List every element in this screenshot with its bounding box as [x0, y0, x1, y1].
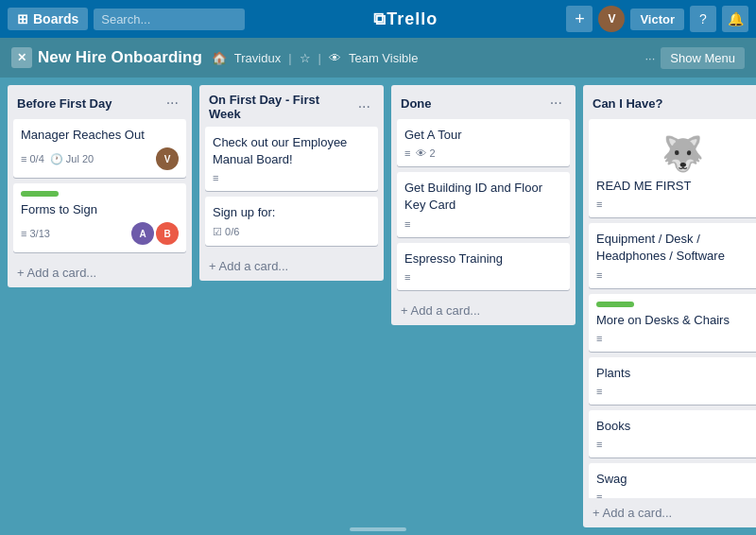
- card-avatars: AB: [131, 222, 179, 245]
- avatar[interactable]: V: [598, 6, 625, 32]
- bell-icon: 🔔: [728, 11, 744, 26]
- card-meta-item: ≡ 0/4: [21, 153, 44, 164]
- card-title: Books: [596, 418, 756, 435]
- boards-button[interactable]: ⊞ Boards: [8, 8, 88, 30]
- board-header: ✕ New Hire Onboarding 🏠 Travidux | ☆ | 👁…: [0, 38, 756, 78]
- user-name: Victor: [640, 12, 675, 26]
- card-meta-item: ≡: [596, 492, 602, 498]
- card-label-green: [21, 191, 59, 197]
- card-avatars: V: [156, 147, 179, 170]
- list-title: Can I Have?: [593, 96, 752, 111]
- board-title: New Hire Onboarding: [38, 48, 202, 67]
- help-button[interactable]: ?: [690, 6, 716, 32]
- card[interactable]: Books≡: [589, 410, 756, 457]
- add-card-button[interactable]: + Add a card...: [391, 296, 576, 325]
- card-meta: ≡: [596, 492, 756, 498]
- card[interactable]: Manager Reaches Out≡ 0/4🕐 Jul 20V: [13, 119, 186, 178]
- dog-image: 🐺: [596, 127, 756, 178]
- card-meta-item: ≡: [213, 172, 218, 183]
- card[interactable]: Plants≡: [589, 357, 756, 405]
- card[interactable]: Forms to Sign≡ 3/13AB: [13, 183, 186, 252]
- card-meta: ≡: [404, 271, 562, 283]
- add-button[interactable]: +: [566, 6, 593, 32]
- card[interactable]: Check out our Employee Manual Board!≡: [205, 127, 378, 191]
- card-title: Get A Tour: [404, 127, 562, 144]
- card-meta-item: ≡: [404, 218, 410, 230]
- list-cards: Check out our Employee Manual Board!≡Sig…: [199, 127, 384, 251]
- card-meta-item: ≡: [404, 271, 410, 283]
- ellipsis-icon: ···: [645, 51, 656, 65]
- search-input[interactable]: [94, 9, 245, 30]
- board-icon: ✕: [11, 47, 32, 68]
- card-meta: ≡: [596, 333, 756, 344]
- card[interactable]: Swag≡: [589, 463, 756, 498]
- card-meta: ≡👁 2: [404, 147, 562, 159]
- card-meta: ≡: [596, 439, 756, 450]
- top-nav: ⊞ Boards ⧉ Trello + V Victor ? 🔔: [0, 0, 756, 38]
- user-menu-button[interactable]: Victor: [630, 9, 684, 30]
- list-cards: Get A Tour≡👁 2Get Building ID and Floor …: [391, 119, 576, 296]
- card-meta: ☑ 0/6: [213, 226, 370, 238]
- card-meta-item: ≡: [596, 439, 602, 450]
- show-menu-button[interactable]: Show Menu: [661, 47, 745, 69]
- workspace-icon: 🏠: [212, 51, 227, 65]
- list-list-2: On First Day - First Week···Check out ou…: [199, 85, 384, 281]
- card-meta: ≡ 3/13AB: [21, 222, 179, 245]
- card[interactable]: 🐺READ ME FIRST≡: [589, 119, 756, 217]
- list-list-3: Done···Get A Tour≡👁 2Get Building ID and…: [391, 85, 576, 325]
- nav-right: + V Victor ? 🔔: [566, 6, 748, 32]
- list-menu-button[interactable]: ···: [354, 96, 374, 117]
- card-title: Forms to Sign: [21, 201, 179, 218]
- card-meta-item: ≡ 3/13: [21, 228, 50, 239]
- card-title: Espresso Training: [404, 250, 562, 268]
- meta-divider-2: |: [318, 51, 321, 65]
- notification-button[interactable]: 🔔: [722, 6, 748, 32]
- board-title-group: ✕ New Hire Onboarding: [11, 47, 202, 68]
- list-menu-button[interactable]: ···: [546, 93, 566, 113]
- card-meta-item: ≡: [596, 198, 602, 210]
- card[interactable]: Get Building ID and Floor Key Card≡: [397, 172, 570, 236]
- card-title: Sign up for:: [213, 204, 370, 221]
- list-list-4: Can I Have?···🐺READ ME FIRST≡Equipment /…: [583, 85, 756, 527]
- card-meta: ≡: [596, 269, 756, 281]
- visibility-icon: 👁: [329, 51, 341, 65]
- add-card-button[interactable]: + Add a card...: [8, 258, 192, 287]
- help-icon: ?: [699, 11, 707, 26]
- list-cards: Manager Reaches Out≡ 0/4🕐 Jul 20VForms t…: [8, 119, 192, 258]
- visibility-label: Team Visible: [349, 51, 418, 65]
- card-title: Get Building ID and Floor Key Card: [404, 180, 562, 214]
- card-meta-item: ≡: [596, 269, 602, 281]
- card-title: Equipment / Desk / Headphones / Software: [596, 231, 756, 265]
- meta-divider: |: [288, 51, 291, 65]
- list-menu-button[interactable]: ···: [163, 93, 182, 113]
- card[interactable]: Espresso Training≡: [397, 243, 570, 290]
- list-title: Before First Day: [17, 96, 163, 111]
- list-header: On First Day - First Week···: [199, 85, 384, 127]
- card[interactable]: Equipment / Desk / Headphones / Software…: [589, 223, 756, 287]
- card[interactable]: More on Desks & Chairs≡: [589, 294, 756, 352]
- card-meta-item: ≡: [404, 147, 410, 159]
- card-title: Manager Reaches Out: [21, 127, 179, 144]
- board-content: Before First Day···Manager Reaches Out≡ …: [0, 78, 756, 535]
- show-menu-label: Show Menu: [670, 51, 735, 65]
- boards-label: Boards: [33, 11, 78, 26]
- add-card-button[interactable]: + Add a card...: [199, 251, 384, 281]
- card-meta-item: ≡: [596, 386, 602, 397]
- list-header: Can I Have?···: [583, 85, 756, 119]
- card[interactable]: Get A Tour≡👁 2: [397, 119, 570, 166]
- list-title: Done: [401, 96, 546, 111]
- list-menu-button[interactable]: ···: [752, 93, 756, 113]
- star-icon[interactable]: ☆: [300, 51, 311, 65]
- card[interactable]: Sign up for:☑ 0/6: [205, 197, 378, 245]
- card-meta-item: ≡: [596, 333, 602, 344]
- list-header: Before First Day···: [8, 85, 192, 119]
- add-card-button[interactable]: + Add a card...: [583, 498, 756, 527]
- card-meta-item: 🕐 Jul 20: [50, 153, 94, 165]
- card-meta-item: 👁 2: [416, 147, 435, 159]
- mini-avatar: A: [131, 222, 154, 245]
- card-meta: ≡: [213, 172, 370, 183]
- card-meta: ≡: [404, 218, 562, 230]
- mini-avatar: B: [156, 222, 179, 245]
- mini-avatar: V: [156, 147, 179, 170]
- board-header-right: ··· Show Menu: [645, 47, 746, 69]
